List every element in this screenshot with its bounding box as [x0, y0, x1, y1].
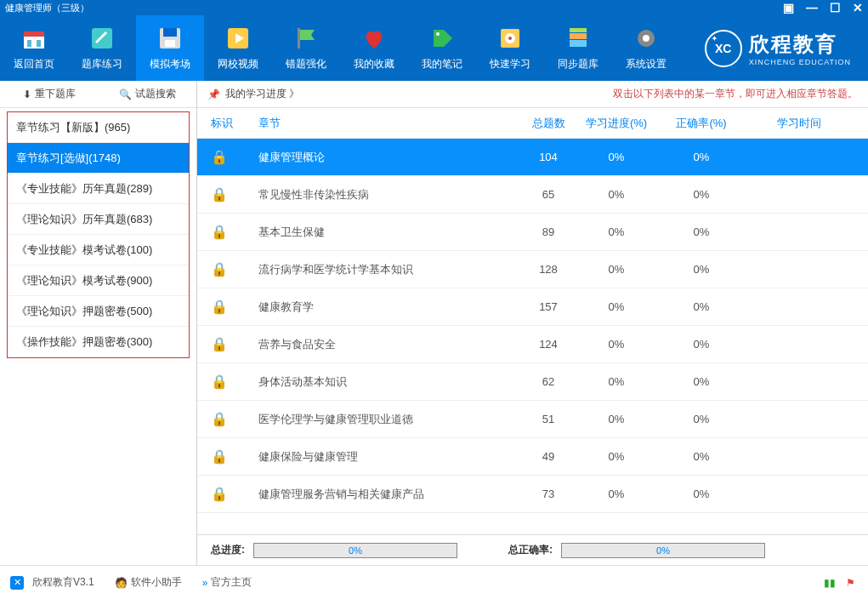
toolbar-label: 同步题库 [558, 57, 599, 71]
svg-point-18 [643, 35, 650, 42]
titlebar: 健康管理师（三级） ▣ — ☐ ✕ [0, 0, 868, 15]
app-icon: ✕ [10, 576, 24, 590]
total-progress-bar: 0% [253, 543, 457, 558]
toolbar-safe[interactable]: 快速学习 [476, 15, 544, 81]
close-icon[interactable]: ✕ [853, 1, 863, 14]
flag-icon [292, 25, 320, 52]
chapter-progress: 0% [574, 413, 659, 425]
chapter-accuracy: 0% [659, 151, 744, 163]
chapter-total: 89 [523, 225, 574, 238]
chapter-accuracy: 0% [659, 375, 744, 388]
app-version: ✕ 欣程教育V3.1 [10, 575, 94, 590]
chapter-progress: 0% [574, 263, 659, 276]
toolbar-heart[interactable]: 我的收藏 [340, 15, 408, 81]
toolbar-tag[interactable]: 我的笔记 [408, 15, 476, 81]
chapter-name: 健康管理服务营销与相关健康产品 [258, 487, 523, 502]
search-questions-button[interactable]: 🔍 试题搜索 [99, 87, 197, 101]
helper-icon: 🧑 [115, 577, 128, 589]
sidebar-item[interactable]: 《操作技能》押题密卷(300) [8, 327, 189, 357]
brand-en: XINCHENG EDUCATION [749, 58, 851, 66]
toolbar-label: 模拟考场 [150, 57, 190, 71]
chapter-row[interactable]: 🔒常见慢性非传染性疾病650%0% [197, 176, 868, 214]
maximize-icon[interactable]: ☐ [830, 1, 841, 14]
toolbar-save[interactable]: 模拟考场 [136, 15, 204, 81]
toolbar-stack[interactable]: 同步题库 [544, 15, 612, 81]
chapter-row[interactable]: 🔒健康管理服务营销与相关健康产品730%0% [197, 476, 868, 513]
total-accuracy-bar: 0% [561, 543, 765, 558]
chapter-total: 104 [523, 151, 574, 163]
official-link[interactable]: » 官方主页 [202, 575, 252, 590]
summary-bar: 总进度: 0% 总正确率: 0% [197, 534, 868, 565]
sidebar-item[interactable]: 《理论知识》历年真题(683) [8, 204, 189, 235]
chapter-accuracy: 0% [659, 488, 744, 500]
total-progress-label: 总进度: [211, 543, 245, 557]
minimize-icon[interactable]: — [806, 1, 818, 14]
toolbar-gear[interactable]: 系统设置 [612, 15, 680, 81]
lock-icon: 🔒 [211, 448, 258, 465]
sidebar-toolbar: ⬇ 重下题库 🔍 试题搜索 [0, 81, 196, 108]
heart-icon [360, 25, 388, 52]
home-icon [20, 25, 48, 52]
toolbar-label: 快速学习 [490, 57, 530, 71]
helper-link[interactable]: 🧑 软件小助手 [115, 575, 182, 590]
sidebar-item[interactable]: 《理论知识》押题密卷(500) [8, 296, 189, 327]
toolbar-pencil[interactable]: 题库练习 [68, 15, 136, 81]
flag-icon[interactable]: ⚑ [842, 575, 858, 590]
chapter-row[interactable]: 🔒健康教育学1570%0% [197, 288, 868, 326]
main-toolbar: 返回首页题库练习模拟考场网校视频错题强化我的收藏我的笔记快速学习同步题库系统设置… [0, 15, 868, 81]
chapter-name: 医学伦理学与健康管理职业道德 [258, 412, 523, 427]
hint-text: 双击以下列表中的某一章节，即可进入相应章节答题。 [613, 87, 858, 101]
toolbar-home[interactable]: 返回首页 [0, 15, 68, 81]
sidebar-item[interactable]: 《专业技能》模考试卷(100) [8, 235, 189, 265]
brand-cn: 欣程教育 [749, 31, 851, 58]
download-questions-button[interactable]: ⬇ 重下题库 [0, 87, 99, 101]
safe-icon [496, 25, 524, 52]
chapter-row[interactable]: 🔒身体活动基本知识620%0% [197, 363, 868, 401]
window-title: 健康管理师（三级） [5, 2, 89, 14]
toolbar-play[interactable]: 网校视频 [204, 15, 272, 81]
svg-rect-3 [37, 40, 41, 47]
stats-icon[interactable]: ▮▮ [822, 575, 837, 590]
chapter-progress: 0% [574, 375, 659, 388]
toolbar-label: 返回首页 [14, 57, 54, 71]
chapter-row[interactable]: 🔒健康保险与健康管理490%0% [197, 438, 868, 476]
toolbar-label: 题库练习 [82, 57, 122, 71]
chapter-row[interactable]: 🔒营养与食品安全1240%0% [197, 326, 868, 363]
chapter-total: 73 [523, 488, 574, 500]
chapter-accuracy: 0% [659, 263, 744, 276]
svg-point-10 [436, 32, 440, 36]
stack-icon [564, 25, 592, 52]
col-time: 学习时间 [744, 116, 854, 131]
sidebar-item[interactable]: 《理论知识》模考试卷(900) [8, 265, 189, 296]
gear-icon [633, 25, 660, 52]
col-chapter: 章节 [258, 116, 523, 131]
logo-badge: XC [705, 30, 742, 67]
chapter-row[interactable]: 🔒医学伦理学与健康管理职业道德510%0% [197, 401, 868, 438]
chapter-row[interactable]: 🔒基本卫生保健890%0% [197, 214, 868, 251]
chapter-name: 营养与食品安全 [258, 337, 523, 352]
main-panel: 📌 我的学习进度 》 双击以下列表中的某一章节，即可进入相应章节答题。 标识 章… [197, 81, 868, 565]
progress-label[interactable]: 我的学习进度 》 [225, 87, 299, 101]
lock-icon: 🔒 [211, 486, 258, 502]
chapter-progress: 0% [574, 488, 659, 500]
restore-icon[interactable]: ▣ [783, 1, 794, 14]
svg-rect-14 [570, 40, 587, 47]
chapter-total: 65 [523, 188, 574, 201]
svg-rect-16 [570, 28, 587, 32]
chapter-row[interactable]: 🔒健康管理概论1040%0% [197, 139, 868, 176]
col-mark: 标识 [211, 116, 258, 131]
sidebar-item[interactable]: 《专业技能》历年真题(289) [8, 174, 189, 204]
chapter-name: 健康教育学 [258, 300, 523, 315]
lock-icon: 🔒 [211, 261, 258, 277]
chapter-accuracy: 0% [659, 338, 744, 351]
sidebar-item[interactable]: 章节练习[选做](1748) [8, 143, 189, 174]
chapter-row[interactable]: 🔒流行病学和医学统计学基本知识1280%0% [197, 251, 868, 288]
main-infobar: 📌 我的学习进度 》 双击以下列表中的某一章节，即可进入相应章节答题。 [197, 81, 868, 108]
toolbar-label: 我的收藏 [354, 57, 394, 71]
toolbar-flag[interactable]: 错题强化 [272, 15, 340, 81]
search-icon: 🔍 [119, 88, 132, 100]
sidebar-list: 章节练习【新版】(965)章节练习[选做](1748)《专业技能》历年真题(28… [7, 111, 190, 358]
sidebar: ⬇ 重下题库 🔍 试题搜索 章节练习【新版】(965)章节练习[选做](1748… [0, 81, 197, 565]
play-icon [224, 25, 252, 52]
sidebar-item[interactable]: 章节练习【新版】(965) [8, 112, 189, 143]
